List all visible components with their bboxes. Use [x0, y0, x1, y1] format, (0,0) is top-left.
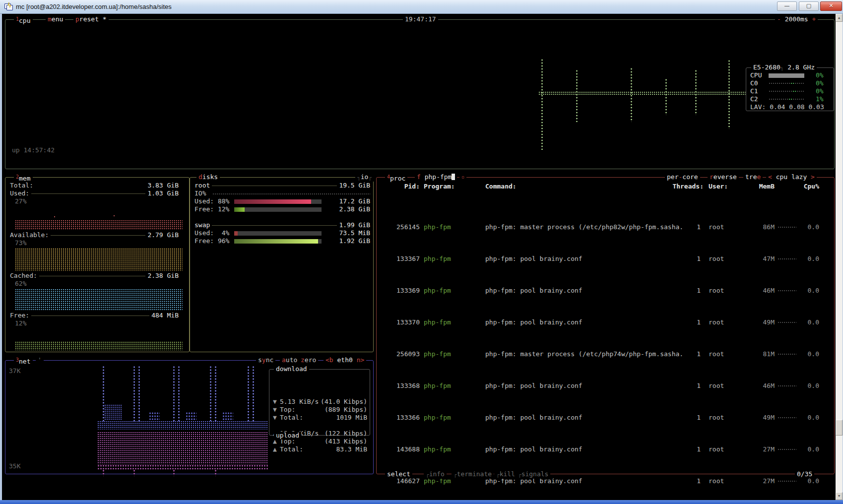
disk-swap-row: swap1.99 GiB	[195, 221, 370, 229]
core-value: 1%	[816, 95, 824, 103]
disk-swap-free-label: Free: 96%	[195, 237, 229, 245]
mem-meter	[778, 480, 796, 483]
col-user[interactable]: User:	[709, 183, 728, 190]
mem-used-graph	[54, 216, 56, 218]
scrollbar[interactable]: ▲ ▼	[836, 14, 843, 500]
process-row[interactable]: 133368 php-fpm php-fpm: pool brainy.conf…	[376, 382, 835, 390]
cpu-box-title[interactable]: 1cpu	[14, 15, 33, 25]
disk-root-io-meter	[212, 193, 370, 195]
clock: 19:47:17	[403, 15, 438, 23]
refresh-interval: - 2000ms +	[775, 15, 818, 23]
process-row[interactable]: 256093 php-fpm php-fpm: master process (…	[376, 350, 835, 358]
net-zero-toggle[interactable]: zero	[299, 356, 318, 364]
mem-meter	[778, 258, 796, 260]
mem-meter	[778, 448, 796, 451]
net-box-title: 3net	[14, 356, 33, 366]
mem-meter	[778, 385, 796, 387]
process-row[interactable]: 133366 php-fpm php-fpm: pool brainy.conf…	[376, 414, 835, 422]
process-row[interactable]: 143688 php-fpm php-fpm: pool brainy.conf…	[376, 445, 835, 453]
cpu-total-label: CPU	[750, 71, 762, 79]
maximize-button[interactable]: ▢	[799, 1, 819, 11]
col-program[interactable]: Program:	[424, 183, 455, 190]
col-cpu[interactable]: Cpu%	[801, 183, 819, 190]
cpu-model: E5-2680┐ 2.8 GHz	[751, 63, 817, 72]
col-memb[interactable]: MemB	[755, 183, 775, 190]
scrollbar-thumb[interactable]	[836, 420, 843, 436]
select-button[interactable]: select	[385, 470, 412, 478]
preset-button[interactable]: preset *	[73, 15, 109, 23]
mem-used-pct: 27%	[15, 197, 26, 205]
mem-meter	[778, 226, 796, 229]
disk-root-used-label: Used: 88%	[195, 197, 229, 205]
sort-prev-button[interactable]: <	[768, 173, 772, 181]
cpu-total-meter	[769, 73, 804, 78]
minimize-button[interactable]: —	[777, 1, 797, 11]
tree-toggle[interactable]: tree	[743, 173, 763, 181]
disk-root-used-bar	[234, 199, 322, 204]
mem-total-row: Total:3.83 GiB	[10, 182, 179, 189]
filter-clear-mark[interactable]: ▫	[459, 173, 466, 181]
mem-meter	[778, 417, 796, 419]
mem-free-pct: 12%	[15, 319, 26, 327]
disk-root-free-bar	[234, 207, 322, 212]
download-title: download	[274, 365, 309, 373]
core-label: C0	[750, 79, 758, 87]
proc-box-title: 4proc	[385, 173, 407, 183]
selection-count: 0/35	[795, 470, 814, 478]
scroll-up-button[interactable]: ▲	[836, 14, 843, 22]
mem-cached-pct: 62%	[15, 280, 26, 288]
net-upload-stats: ▲15.2 KiB/s(122 Kibps)▲Top:(413 Kibps)▲T…	[273, 406, 367, 453]
info-button[interactable]: ┌info	[424, 470, 447, 479]
mem-meter	[778, 321, 796, 324]
kill-button[interactable]: ┌kill	[494, 470, 517, 479]
scroll-down-button[interactable]: ▼	[836, 492, 843, 500]
signals-button[interactable]: ┌signals	[516, 470, 550, 479]
interval-minus-button[interactable]: -	[777, 15, 781, 23]
mem-meter	[778, 353, 796, 356]
titlebar[interactable]: ϟ mc [root@a202.itdeveloper.com.ua]:/hom…	[0, 0, 843, 14]
sort-next-button[interactable]: >	[811, 173, 815, 181]
window-title: mc [root@a202.itdeveloper.com.ua]:/home/…	[16, 3, 172, 10]
core-label: C2	[750, 95, 758, 103]
mem-cached-row: Cached:2.38 GiB	[10, 272, 179, 280]
net-tick: '	[36, 356, 44, 364]
application-window: ϟ mc [root@a202.itdeveloper.com.ua]:/hom…	[0, 0, 843, 504]
sort-selector[interactable]: < cpu lazy >	[766, 173, 817, 181]
disk-swap-used-bar	[234, 231, 322, 236]
col-command[interactable]: Command:	[485, 183, 517, 190]
percore-toggle[interactable]: per-core	[665, 173, 700, 181]
process-row[interactable]: 133369 php-fpm php-fpm: pool brainy.conf…	[376, 287, 835, 295]
core-label: C1	[750, 87, 758, 95]
process-row[interactable]: 256145 php-fpm php-fpm: master process (…	[376, 223, 835, 231]
iface-next-button[interactable]: n>	[357, 356, 365, 364]
net-sync-toggle[interactable]: sync	[256, 356, 275, 364]
net-scale-top: 37K	[9, 367, 20, 375]
disk-swap-free-bar	[234, 239, 322, 244]
interval-plus-button[interactable]: +	[812, 15, 816, 23]
mem-used-row: Used:1.03 GiB	[10, 189, 179, 197]
mem-meter	[778, 290, 796, 292]
window-bottom-border	[0, 500, 843, 504]
terminate-button[interactable]: ┌terminate	[452, 470, 494, 479]
col-pid[interactable]: Pid:	[384, 183, 420, 190]
mem-available-pct: 73%	[15, 239, 26, 247]
mem-available-graph	[15, 248, 183, 271]
col-threads[interactable]: Threads:	[671, 183, 704, 190]
text-cursor	[452, 174, 455, 180]
process-row[interactable]: 133370 php-fpm php-fpm: pool brainy.conf…	[376, 318, 835, 326]
net-stat-row: ▲Total:83.3 MiB	[273, 445, 367, 453]
net-auto-toggle[interactable]: auto	[280, 356, 299, 364]
reverse-toggle[interactable]: reverse	[708, 173, 739, 181]
menu-button[interactable]: menu	[46, 15, 65, 23]
process-row[interactable]: 133367 php-fpm php-fpm: pool brainy.conf…	[376, 255, 835, 263]
disks-box-title: disks	[196, 173, 220, 181]
net-interface-switch[interactable]: <b eth0 n>	[324, 356, 366, 364]
close-button[interactable]: ✕	[820, 1, 842, 11]
disk-root-free-value: 2.38 GiB	[335, 205, 370, 213]
upload-title: upload	[274, 432, 301, 440]
disk-swap-free-value: 1.92 GiB	[335, 237, 370, 245]
iface-prev-button[interactable]: <b	[325, 356, 333, 364]
proc-filter-input[interactable]: f php-fpm	[415, 173, 457, 181]
mem-free-row: Free:484 MiB	[10, 312, 179, 319]
disks-io-toggle[interactable]: ┐io┌	[355, 173, 374, 182]
